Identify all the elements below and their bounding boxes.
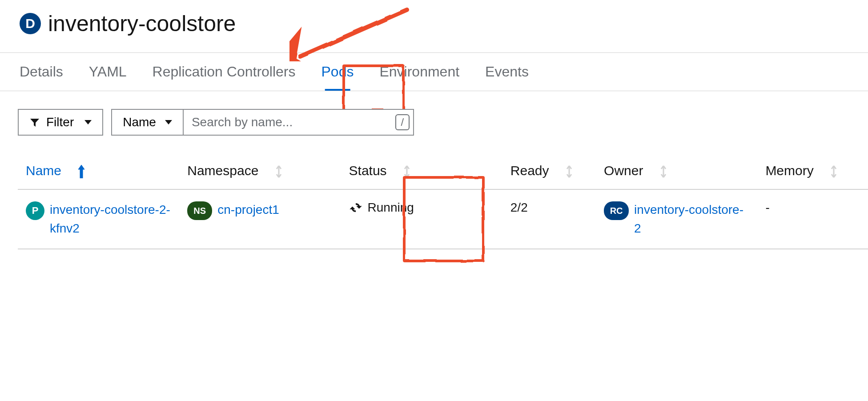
page-header: D inventory-coolstore	[0, 0, 868, 52]
column-header-memory[interactable]: Memory	[757, 148, 868, 189]
pod-badge-icon: P	[26, 201, 44, 220]
column-header-name[interactable]: Name	[18, 148, 179, 189]
column-header-ready[interactable]: Ready	[502, 148, 596, 189]
memory-cell: -	[757, 189, 868, 249]
filter-button[interactable]: Filter	[18, 109, 103, 136]
table-row: P inventory-coolstore-2-kfnv2 NS cn-proj…	[18, 189, 868, 249]
deployment-badge: D	[20, 13, 41, 34]
ready-cell: 2/2	[502, 189, 596, 249]
chevron-down-icon	[84, 120, 92, 124]
sort-icon	[403, 165, 411, 178]
slash-key-hint: /	[395, 114, 410, 130]
status-cell: Running	[349, 200, 494, 215]
sort-icon	[565, 165, 573, 178]
status-text: Running	[368, 200, 414, 215]
pods-table: Name Namespace Status Ready	[18, 148, 868, 249]
owner-link[interactable]: RC inventory-coolstore-2	[604, 200, 749, 238]
namespace-link[interactable]: NS cn-project1	[187, 200, 333, 220]
owner-name-link[interactable]: inventory-coolstore-2	[634, 200, 749, 238]
sort-icon	[830, 165, 838, 178]
table-header-row: Name Namespace Status Ready	[18, 148, 868, 189]
filter-button-label: Filter	[46, 115, 74, 129]
pod-name-link[interactable]: inventory-coolstore-2-kfnv2	[50, 200, 171, 238]
tab-yaml[interactable]: YAML	[87, 53, 129, 91]
rc-badge-icon: RC	[604, 201, 629, 220]
namespace-badge-icon: NS	[187, 201, 212, 220]
tab-details[interactable]: Details	[18, 53, 65, 91]
toolbar: Filter Name /	[0, 91, 868, 148]
chevron-down-icon	[165, 120, 172, 124]
sort-icon	[659, 165, 667, 178]
column-header-status[interactable]: Status	[341, 148, 502, 189]
tab-pods[interactable]: Pods	[320, 53, 356, 91]
sort-ascending-icon	[77, 165, 85, 178]
namespace-name-link[interactable]: cn-project1	[217, 200, 279, 219]
sort-icon	[275, 165, 283, 178]
name-select-label: Name	[123, 115, 156, 129]
tab-events[interactable]: Events	[483, 53, 530, 91]
search-input[interactable]	[183, 109, 414, 136]
pod-link[interactable]: P inventory-coolstore-2-kfnv2	[26, 200, 171, 238]
sync-icon	[349, 201, 362, 214]
name-select[interactable]: Name	[111, 109, 183, 136]
tab-replication-controllers[interactable]: Replication Controllers	[151, 53, 297, 91]
tabs-nav: Details YAML Replication Controllers Pod…	[0, 52, 868, 91]
column-header-owner[interactable]: Owner	[596, 148, 757, 189]
column-header-namespace[interactable]: Namespace	[179, 148, 341, 189]
filter-icon	[29, 117, 40, 128]
page-title: inventory-coolstore	[48, 11, 236, 36]
tab-environment[interactable]: Environment	[378, 53, 461, 91]
